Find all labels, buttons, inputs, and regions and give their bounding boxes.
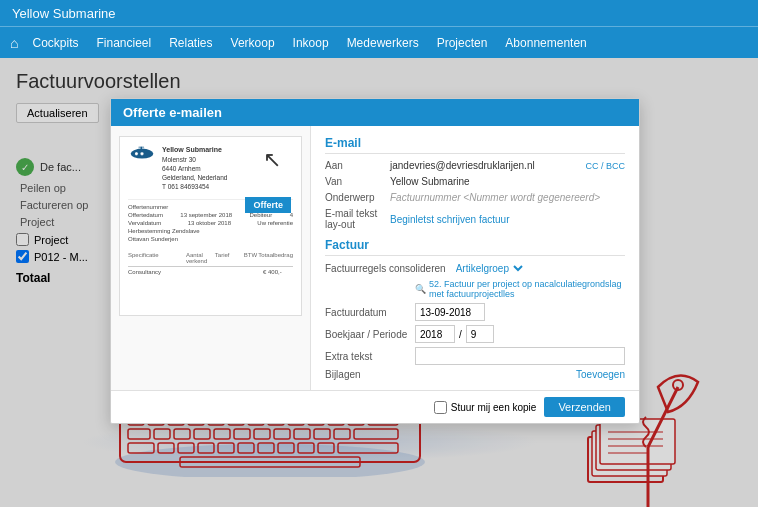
boekjaar-input[interactable] [415, 325, 455, 343]
debiteur-value: 4 [290, 212, 293, 218]
doc-table-row-1: Consultancy € 400,- [128, 267, 293, 277]
svg-point-2 [135, 152, 139, 156]
row1-value: € 400,- [263, 269, 293, 275]
van-row: Van Yellow Submarine [325, 176, 625, 187]
factuurdatum-input[interactable] [415, 303, 485, 321]
stuur-kopie-checkbox[interactable] [434, 401, 447, 414]
factuurregels-label: Factuurregels consolideren [325, 263, 446, 274]
nav-bar: ⌂ Cockpits Financieel Relaties Verkoop I… [0, 26, 758, 58]
nav-inkoop[interactable]: Inkoop [293, 36, 329, 50]
doc-meta-debiteur-name: Ottavan Sunderjen [128, 236, 293, 242]
uwref-label: Uw referentie [257, 220, 293, 226]
factuurlink-row: 🔍 52. Factuur per project op nacalculati… [325, 279, 625, 299]
doc-meta-vervaldatum: Vervaldatum 13 oktober 2018 Uw referenti… [128, 220, 293, 226]
nav-cockpits[interactable]: Cockpits [32, 36, 78, 50]
svg-rect-5 [149, 153, 153, 154]
stuur-kopie-label: Stuur mij een kopie [434, 401, 537, 414]
verzenden-button[interactable]: Verzenden [544, 397, 625, 417]
factuurdatum-row: Factuurdatum [325, 303, 625, 321]
nav-projecten[interactable]: Projecten [437, 36, 488, 50]
specificatie-col: Specificatie [128, 252, 186, 264]
doc-meta-bestemming: Herbestemming Zendslave [128, 228, 293, 234]
aan-row: Aan jandevries@devriesdruklarijen.nl CC … [325, 160, 625, 171]
aantal-col: Aantal verkend [186, 252, 215, 264]
nav-verkoop[interactable]: Verkoop [231, 36, 275, 50]
doc-table-header: Specificatie Aantal verkend Tarief BTW T… [128, 252, 293, 267]
svg-rect-7 [139, 147, 145, 148]
artikelgroep-row: Factuurregels consolideren Artikelgroep [325, 262, 625, 275]
btw-col: BTW [244, 252, 258, 264]
layout-link[interactable]: Beginletst schrijven factuur [390, 214, 510, 225]
onderwerp-value: Factuurnummer <Nummer wordt gegenereerd> [390, 192, 625, 203]
doc-preview: Yellow Submarine Molenstr 30 6440 Arnhem… [111, 126, 311, 390]
row1-label: Consultancy [128, 269, 188, 275]
offertedatum-value: 13 september 2018 [180, 212, 232, 218]
layout-row: E-mail tekst lay-out Beginletst schrijve… [325, 208, 625, 230]
factuur-section-title: Factuur [325, 238, 625, 256]
artikelgroep-select[interactable]: Artikelgroep [452, 262, 526, 275]
van-value: Yellow Submarine [390, 176, 625, 187]
nav-financieel[interactable]: Financieel [96, 36, 151, 50]
totaal-col: Totaalbedrag [258, 252, 293, 264]
submarine-icon [128, 145, 156, 161]
modal-footer: Stuur mij een kopie Verzenden [111, 390, 639, 423]
van-label: Van [325, 176, 390, 187]
doc-address1: Molenstr 30 [162, 155, 227, 164]
modal-header: Offerte e-mailen [111, 99, 639, 126]
bijlagen-row: Bijlagen Toevoegen [325, 369, 625, 380]
bestemming-label: Herbestemming Zendslave [128, 228, 200, 234]
layout-label: E-mail tekst lay-out [325, 208, 390, 230]
debiteur-name: Ottavan Sunderjen [128, 236, 178, 242]
factuur-section: Factuur Factuurregels consolideren Artik… [325, 238, 625, 380]
offertenummer-label: Offertenummer [128, 204, 168, 210]
app-title: Yellow Submarine [12, 6, 116, 21]
onderwerp-row: Onderwerp Factuurnummer <Nummer wordt ge… [325, 192, 625, 203]
toevoegen-link[interactable]: Toevoegen [576, 369, 625, 380]
doc-company-info: Yellow Submarine Molenstr 30 6440 Arnhem… [162, 145, 227, 191]
doc-preview-inner: Yellow Submarine Molenstr 30 6440 Arnhem… [119, 136, 302, 316]
doc-meta-offertedatum: Offertedatum 13 september 2018 Debiteur … [128, 212, 293, 218]
offerte-badge: Offerte [245, 197, 291, 213]
boekjaar-label: Boekjaar / Periode [325, 329, 415, 340]
offerte-modal: Offerte e-mailen [110, 98, 640, 424]
doc-address2: 6440 Arnhem [162, 164, 227, 173]
doc-company-name: Yellow Submarine [162, 145, 227, 155]
doc-address3: Gelderland, Nederland [162, 173, 227, 182]
cursor-arrow-icon: ↖ [263, 147, 281, 173]
debiteur-label: Debiteur [250, 212, 273, 218]
onderwerp-label: Onderwerp [325, 192, 390, 203]
extra-tekst-input[interactable] [415, 347, 625, 365]
aan-value: jandevries@devriesdruklarijen.nl [390, 160, 585, 171]
email-form: E-mail Aan jandevries@devriesdruklarijen… [311, 126, 639, 390]
period-row: / [415, 325, 494, 343]
main-content: Factuurvoorstellen Actualiseren De fac..… [0, 58, 758, 507]
nav-medewerkers[interactable]: Medewerkers [347, 36, 419, 50]
extra-tekst-label: Extra tekst [325, 351, 415, 362]
title-bar: Yellow Submarine [0, 0, 758, 26]
nav-abonnementen[interactable]: Abonnementen [505, 36, 586, 50]
factuurdatum-label: Factuurdatum [325, 307, 415, 318]
modal-body: Yellow Submarine Molenstr 30 6440 Arnhem… [111, 126, 639, 390]
vervaldatum-label: Vervaldatum [128, 220, 161, 226]
aan-label: Aan [325, 160, 390, 171]
cc-bcc-label[interactable]: CC / BCC [585, 161, 625, 171]
search-icon: 🔍 [415, 284, 426, 294]
boekjaar-row: Boekjaar / Periode / [325, 325, 625, 343]
tarief-col: Tarief [215, 252, 244, 264]
factuur-link[interactable]: 52. Factuur per project op nacalculatieg… [429, 279, 625, 299]
nav-relaties[interactable]: Relaties [169, 36, 212, 50]
svg-point-3 [140, 152, 144, 156]
vervaldatum-value: 13 oktober 2018 [188, 220, 231, 226]
extra-tekst-row: Extra tekst [325, 347, 625, 365]
email-section-title: E-mail [325, 136, 625, 154]
svg-rect-4 [131, 153, 135, 154]
offertedatum-label: Offertedatum [128, 212, 163, 218]
bijlagen-label: Bijlagen [325, 369, 415, 380]
periode-input[interactable] [466, 325, 494, 343]
doc-phone: T 061 84693454 [162, 182, 227, 191]
home-icon[interactable]: ⌂ [10, 35, 18, 51]
